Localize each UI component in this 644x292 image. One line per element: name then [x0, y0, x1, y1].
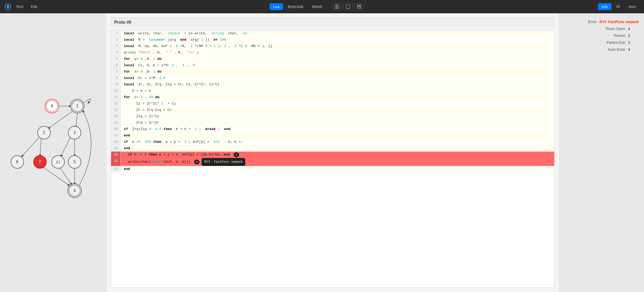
parent-value: 2 [628, 34, 639, 38]
svg-text:7: 7 [39, 160, 41, 164]
svg-text:11: 11 [56, 160, 60, 164]
graph-svg: 0 1 2 3 6 7 11 5 4 [0, 13, 107, 292]
times-seen-label: Times Seen: [605, 27, 626, 31]
code-line-6: 6 local Ci, b, p = y*M-1, 1, 0 [111, 62, 554, 69]
error-tooltip: NYI: FastFunc unpack [202, 158, 245, 166]
layout-btn-3[interactable] [354, 3, 364, 10]
code-line-2: 2 local N = tonumber(arg and arg[1]) or … [111, 37, 554, 43]
code-line-22: 22 end [111, 166, 554, 172]
graph-panel: 0 1 2 3 6 7 11 5 4 [0, 13, 107, 292]
parent-exit-label: Parent Exit: [607, 40, 626, 45]
code-line-17: 17 end [111, 132, 554, 139]
layout-view-buttons [332, 3, 364, 10]
code-line-5: 5 for y=0,N-1 do [111, 56, 554, 62]
num-exits-row: Num Exits: 4 [564, 47, 639, 52]
code-line-8: 8 local Cr = x*M-1.5 [111, 75, 554, 81]
code-line-10: 10 b = b + b [111, 88, 554, 94]
svg-rect-7 [357, 7, 361, 9]
code-panel: Proto #0 1 local write, char, unpack = i… [107, 13, 559, 292]
svg-text:1: 1 [76, 104, 78, 109]
toolbar: Run Edit Lua Bytecode Mixed Info [0, 0, 644, 13]
error-value: NYI: FastFunc unpack [600, 20, 639, 24]
svg-line-14 [61, 137, 71, 157]
code-line-18: 18 if b >= 256 then p = p + 1; buf[p] = … [111, 139, 554, 145]
code-line-9: 9 local Zr, Zi, Zrq, Ziq = Cr, Ci, Cr*Cr… [111, 81, 554, 88]
svg-line-12 [21, 137, 39, 157]
tab-asm[interactable]: Asm [625, 3, 640, 10]
code-line-4: 4 write("P4\n", N, " ", N, "\n") [111, 49, 554, 56]
tab-bytecode[interactable]: Bytecode [284, 3, 307, 10]
svg-line-11 [40, 137, 41, 157]
code-line-21: 21 write(char(unpack(buf, 1, p))) 2 NYI:… [111, 158, 554, 166]
num-exits-label: Num Exits: [608, 47, 626, 52]
info-panel: Error: NYI: FastFunc unpack Times Seen: … [559, 13, 644, 292]
svg-line-16 [59, 166, 72, 185]
code-line-19: 19 end [111, 145, 554, 152]
code-line-16: 16 if Zrq+Ziq > 4.0 then b = b + 1; brea… [111, 126, 554, 132]
svg-point-1 [7, 5, 9, 8]
parent-row: Parent: 2 [564, 34, 639, 38]
parent-exit-value: 2 [628, 40, 639, 45]
parent-exit-row: Parent Exit: 2 [564, 40, 639, 45]
run-button[interactable]: Run [14, 3, 26, 10]
code-editor[interactable]: 1 local write, char, unpack = io.write, … [111, 30, 555, 288]
edit-button[interactable]: Edit [28, 3, 40, 10]
code-line-7: 7 for x=0,N-1 do [111, 69, 554, 75]
code-line-3: 3 local M, ba, bb, buf = 2/N, 2^(N%8+1)-… [111, 43, 554, 49]
code-line-20: 20 if b ~= 1 then p = p + 1; buf[p] = (b… [111, 152, 554, 158]
error-row: Error: NYI: FastFunc unpack [564, 20, 639, 24]
layout-btn-1[interactable] [332, 3, 342, 10]
main-content: 0 1 2 3 6 7 11 5 4 [0, 13, 644, 292]
svg-text:6: 6 [16, 160, 18, 164]
svg-text:4: 4 [73, 188, 76, 193]
code-line-11: 11 for i=1,49 do [111, 94, 554, 101]
error-label: Error: [588, 20, 597, 24]
num-exits-value: 4 [628, 47, 639, 52]
parent-label: Parent: [614, 34, 626, 38]
svg-rect-5 [357, 5, 359, 6]
svg-text:0: 0 [51, 104, 53, 109]
app-icon [4, 3, 12, 10]
code-line-13: 13 Zr = Zrq-Ziq + Cr [111, 107, 554, 113]
svg-text:5: 5 [73, 160, 76, 164]
tab-info[interactable]: Info [598, 3, 612, 10]
layout-btn-2[interactable] [343, 3, 353, 10]
svg-rect-3 [337, 5, 339, 9]
tab-mixed[interactable]: Mixed [308, 3, 325, 10]
tab-ir[interactable]: IR [613, 3, 624, 10]
svg-text:3: 3 [73, 130, 76, 135]
view-tabs: Lua Bytecode Mixed [270, 3, 326, 10]
right-tab-group: Info IR Asm [598, 3, 640, 10]
code-line-12: 12 Zi = Zr*Zi*2 + Ci [111, 101, 554, 107]
code-line-14: 14 Ziq = Zi*Zi [111, 113, 554, 120]
times-seen-value: 4 [628, 27, 639, 31]
svg-rect-2 [335, 5, 337, 9]
code-line-15: 15 Zrq = Zr*Zr [111, 120, 554, 126]
code-line-1: 1 local write, char, unpack = io.write, … [111, 30, 554, 37]
svg-text:2: 2 [43, 130, 45, 135]
svg-rect-6 [360, 5, 361, 6]
svg-rect-4 [346, 5, 350, 9]
times-seen-row: Times Seen: 4 [564, 27, 639, 31]
code-title: Proto #0 [111, 18, 555, 27]
tab-lua[interactable]: Lua [270, 3, 283, 10]
